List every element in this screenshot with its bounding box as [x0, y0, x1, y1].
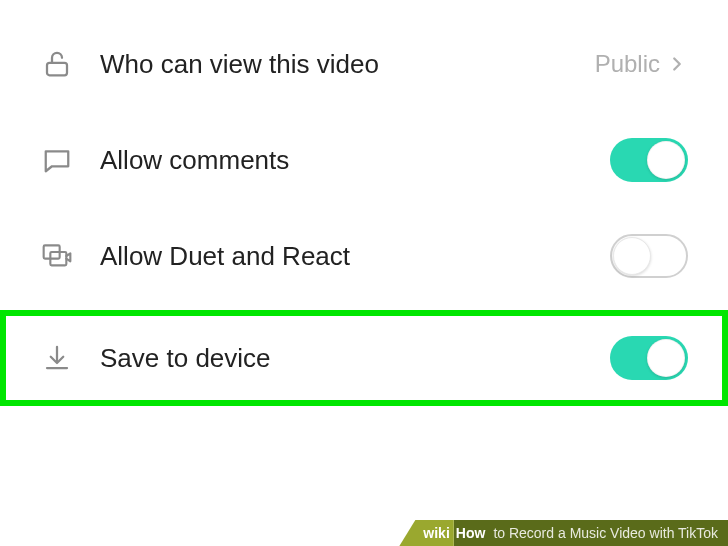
toggle-knob [647, 141, 685, 179]
comments-label: Allow comments [100, 145, 610, 176]
privacy-row[interactable]: Who can view this video Public [0, 16, 728, 112]
wikihow-caption-bar: wiki How to Record a Music Video with Ti… [399, 520, 728, 546]
toggle-knob [647, 339, 685, 377]
comments-toggle[interactable] [610, 138, 688, 182]
save-device-label: Save to device [100, 343, 610, 374]
privacy-value: Public [595, 50, 660, 78]
duet-label: Allow Duet and React [100, 241, 610, 272]
comments-row: Allow comments [0, 112, 728, 208]
duet-icon [40, 239, 74, 273]
lock-open-icon [40, 47, 74, 81]
video-settings-list: Who can view this video Public Allow com… [0, 0, 728, 406]
save-device-toggle[interactable] [610, 336, 688, 380]
duet-toggle[interactable] [610, 234, 688, 278]
comment-icon [40, 143, 74, 177]
duet-row: Allow Duet and React [0, 208, 728, 304]
privacy-label: Who can view this video [100, 49, 595, 80]
svg-rect-0 [47, 63, 67, 76]
wikihow-article-title: to Record a Music Video with TikTok [489, 520, 728, 546]
wikihow-logo-wiki: wiki [399, 520, 453, 546]
wikihow-logo-how: How [454, 520, 490, 546]
download-icon [40, 341, 74, 375]
chevron-right-icon [666, 53, 688, 75]
toggle-knob [613, 237, 651, 275]
save-device-row: Save to device [0, 310, 728, 406]
